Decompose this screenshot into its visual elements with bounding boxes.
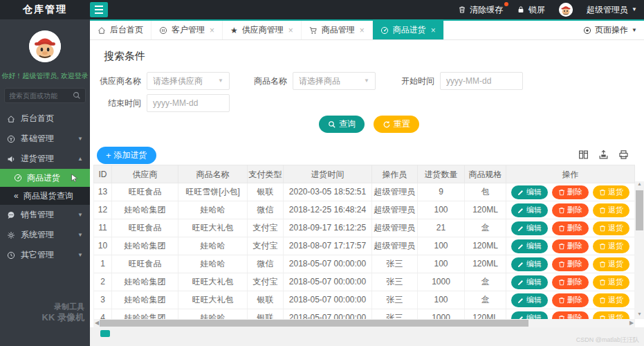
sidebar-toggle-button[interactable] <box>90 2 108 17</box>
tab-customer-mgmt[interactable]: 客户管理 × <box>151 21 223 39</box>
columns-filter-icon[interactable] <box>578 149 589 160</box>
start-time-input[interactable] <box>440 72 523 90</box>
gear-icon <box>7 231 15 239</box>
cell-pay-type: 银联 <box>248 183 284 201</box>
sidebar-item-basic-mgmt[interactable]: 基础管理 ▼ <box>0 129 90 149</box>
edit-button[interactable]: 编辑 <box>511 203 548 217</box>
sidebar-item-return-query[interactable]: « 商品退货查询 <box>0 187 90 205</box>
horn-icon <box>7 155 15 163</box>
return-goods-button[interactable]: 退货 <box>593 275 629 289</box>
return-icon <box>599 279 606 286</box>
cell-supplier: 娃哈哈集团 <box>112 291 178 309</box>
cell-supplier: 娃哈哈集团 <box>112 201 178 219</box>
sidebar-item-sales-mgmt[interactable]: 销售管理 ▼ <box>0 205 90 225</box>
sidebar-search-input[interactable] <box>9 92 73 100</box>
tab-goods-purchase[interactable]: 商品进货 × <box>373 21 444 39</box>
scroll-down-icon[interactable]: ▼ <box>637 311 642 319</box>
delete-button[interactable]: 删除 <box>552 293 589 307</box>
tab-goods-mgmt[interactable]: 商品管理 × <box>302 21 373 39</box>
cell-time: 2018-09-17 16:12:25 <box>284 219 372 237</box>
close-icon[interactable]: × <box>360 26 365 35</box>
cell-id: 1 <box>94 255 112 273</box>
cell-pay-type: 支付宝 <box>248 237 284 255</box>
scroll-up-icon[interactable]: ▲ <box>637 181 642 189</box>
sidebar-item-home[interactable]: 后台首页 <box>0 109 90 129</box>
scroll-right-icon[interactable]: ▶ <box>628 320 635 326</box>
cell-supplier: 娃哈哈集团 <box>112 237 178 255</box>
return-goods-button[interactable]: 退货 <box>593 239 629 253</box>
pagination-fragment[interactable] <box>100 330 110 337</box>
pencil-icon <box>517 297 524 304</box>
home-icon <box>7 115 15 123</box>
return-goods-button[interactable]: 退货 <box>593 257 629 271</box>
delete-button[interactable]: 删除 <box>552 275 589 289</box>
vertical-scroll-thumb[interactable] <box>636 190 643 230</box>
footer-strip <box>90 327 644 346</box>
cell-time: 2018-05-07 00:00:00 <box>284 255 372 273</box>
sidebar-search[interactable] <box>4 88 86 103</box>
delete-button[interactable]: 删除 <box>552 257 589 271</box>
delete-button[interactable]: 删除 <box>552 221 589 235</box>
cell-product: 旺旺大礼包 <box>178 291 248 309</box>
pencil-icon <box>517 189 524 196</box>
chevron-down-icon: ▼ <box>364 78 369 84</box>
close-icon[interactable]: × <box>431 26 436 35</box>
sidebar-item-system-mgmt[interactable]: 系统管理 ▼ <box>0 225 90 245</box>
col-supplier: 供应商 <box>112 165 178 183</box>
cart-icon <box>309 26 318 35</box>
user-menu[interactable]: 超级管理员 ▼ <box>587 4 637 16</box>
cell-quantity: 100 <box>418 237 465 255</box>
table-row: 12 娃哈哈集团 娃哈哈 微信 2018-12-25 16:48:24 超级管理… <box>93 201 635 219</box>
col-actions: 操作 <box>506 165 634 183</box>
edit-button[interactable]: 编辑 <box>511 275 548 289</box>
print-icon[interactable] <box>618 149 629 160</box>
edit-button[interactable]: 编辑 <box>511 293 548 307</box>
cell-spec: 包 <box>465 183 506 201</box>
clear-cache-button[interactable]: 清除缓存 <box>458 4 503 16</box>
edit-button[interactable]: 编辑 <box>511 185 548 199</box>
edit-button[interactable]: 编辑 <box>511 221 548 235</box>
export-icon[interactable] <box>598 149 609 160</box>
page-operations-dropdown[interactable]: 页面操作 ▼ <box>576 21 644 39</box>
return-icon <box>599 189 606 196</box>
cell-pay-type: 支付宝 <box>248 273 284 291</box>
return-goods-button[interactable]: 退货 <box>593 185 629 199</box>
pencil-icon <box>517 207 524 214</box>
end-time-label: 结束时间 <box>100 98 141 109</box>
supplier-select[interactable]: 请选择供应商 ▼ <box>147 72 230 90</box>
reset-button[interactable]: 重置 <box>374 116 419 133</box>
cell-supplier: 旺旺食品 <box>112 183 178 201</box>
end-time-input[interactable] <box>147 94 230 112</box>
delete-button[interactable]: 删除 <box>552 203 589 217</box>
chevron-down-icon: ▼ <box>632 28 637 33</box>
return-goods-button[interactable]: 退货 <box>593 203 629 217</box>
tab-home[interactable]: 后台首页 <box>90 21 151 39</box>
sidebar-item-other-mgmt[interactable]: 其它管理 ▼ <box>0 245 90 265</box>
return-goods-button[interactable]: 退货 <box>593 293 629 307</box>
sidebar-item-purchase-mgmt[interactable]: 进货管理 ▲ <box>0 149 90 169</box>
profile-avatar[interactable] <box>29 30 61 62</box>
lock-screen-button[interactable]: 锁屏 <box>517 4 545 16</box>
close-icon[interactable]: × <box>210 26 214 35</box>
trash-icon <box>558 261 565 268</box>
sidebar-item-goods-purchase[interactable]: 商品进货 <box>0 169 90 187</box>
chat-icon <box>7 211 15 219</box>
add-purchase-button[interactable]: + 添加进货 <box>97 147 156 164</box>
cell-time: 2018-08-07 17:17:57 <box>284 237 372 255</box>
edit-button[interactable]: 编辑 <box>511 239 548 253</box>
horizontal-scroll-thumb[interactable] <box>100 320 528 327</box>
delete-button[interactable]: 删除 <box>552 239 589 253</box>
sidebar: 你好！超级管理员, 欢迎登录 后台首页 基础管理 ▼ <box>0 19 90 346</box>
user-avatar[interactable] <box>559 3 573 17</box>
vertical-scrollbar[interactable]: ▲ ▼ <box>635 181 644 319</box>
tab-supplier-mgmt[interactable]: ★ 供应商管理 × <box>223 21 302 39</box>
query-button[interactable]: 查询 <box>319 116 365 133</box>
edit-button[interactable]: 编辑 <box>511 257 548 271</box>
return-goods-button[interactable]: 退货 <box>593 221 629 235</box>
delete-button[interactable]: 删除 <box>552 185 589 199</box>
close-icon[interactable]: × <box>288 26 293 35</box>
search-icon <box>73 91 81 100</box>
mouse-cursor-icon <box>71 174 78 183</box>
product-select[interactable]: 请选择商品 ▼ <box>293 72 376 90</box>
horizontal-scrollbar[interactable]: ◀ ▶ <box>93 319 635 327</box>
